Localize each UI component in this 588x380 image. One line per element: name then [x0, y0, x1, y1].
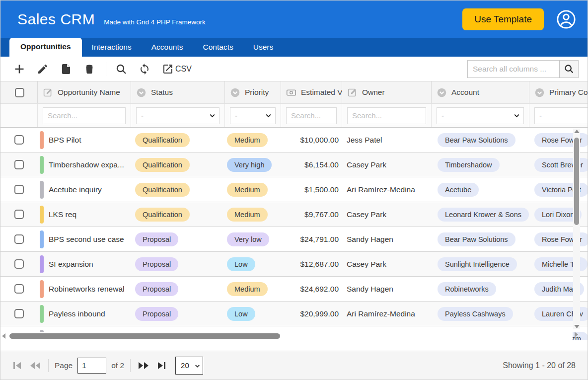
first-page-button[interactable] [11, 360, 23, 371]
cell-priority: Very low [225, 227, 281, 251]
row-checkbox[interactable] [14, 309, 24, 318]
cell-select [0, 177, 38, 202]
table-row[interactable]: Robinetworks renewalProposalMedium$24,69… [0, 277, 588, 302]
delete-record-button[interactable] [81, 61, 97, 77]
vertical-scrollbar[interactable] [573, 129, 580, 329]
cell-status: Proposal [131, 277, 225, 301]
prev-page-icon [29, 361, 41, 370]
row-checkbox[interactable] [14, 234, 24, 244]
column-header-opportunity-name[interactable]: Opportunity Name [38, 81, 131, 103]
tab-contacts[interactable]: Contacts [193, 38, 243, 57]
cell-status: Qualification [131, 177, 225, 202]
vertical-scrollbar-thumb[interactable] [574, 138, 579, 225]
column-header-status[interactable]: Status [131, 81, 225, 103]
prev-page-button[interactable] [28, 360, 42, 371]
grid-toolbar: CSV [0, 57, 588, 81]
last-page-button[interactable] [155, 360, 167, 371]
file-icon [60, 63, 72, 75]
cell-account: Sunlight Intelligence [432, 252, 529, 276]
cell-owner: Casey Park [342, 152, 432, 177]
page-label: Page [55, 361, 73, 370]
table-row[interactable]: Timbershadow expa...QualificationVery hi… [0, 152, 588, 177]
cell-status: Proposal [131, 227, 225, 251]
next-page-button[interactable] [137, 360, 150, 371]
global-search-go-button[interactable] [560, 60, 579, 78]
table-row[interactable]: Acetube inquiryQualificationMedium$1,500… [0, 177, 588, 202]
export-csv-button[interactable]: CSV [160, 61, 194, 77]
cell-priority: Low [225, 302, 281, 326]
scroll-up-arrow[interactable] [573, 129, 580, 135]
chevron-circle-icon [136, 87, 147, 98]
select-all-checkbox[interactable] [15, 88, 24, 97]
tab-users[interactable]: Users [243, 38, 283, 57]
filter-input-opportunity-name[interactable] [43, 107, 126, 124]
tab-accounts[interactable]: Accounts [142, 38, 193, 57]
cell-owner: Jess Patel [342, 128, 432, 152]
chevron-circle-icon [230, 87, 240, 98]
edit-record-button[interactable] [35, 61, 51, 77]
user-avatar-icon[interactable] [556, 9, 577, 30]
table-row[interactable]: BPS second use caseProposalVery low$24,7… [0, 227, 588, 252]
row-checkbox[interactable] [14, 160, 24, 169]
cell-estimated-value: $24,692.00 [281, 277, 342, 301]
row-checkbox[interactable] [14, 284, 24, 294]
table-row[interactable]: BPS PilotQualificationMedium$10,000.00Je… [0, 128, 588, 152]
column-header-estimated-value[interactable]: Estimated Value [281, 81, 342, 103]
table-row[interactable]: Payless inboundProposalLow$20,999.00Ari … [0, 302, 588, 326]
column-header-priority[interactable]: Priority [225, 81, 281, 103]
filter-select-priority[interactable]: - [230, 107, 276, 124]
page-size-select-wrap: 20 [175, 357, 203, 375]
scroll-right-arrow[interactable] [574, 330, 579, 339]
horizontal-scrollbar-thumb[interactable] [9, 333, 280, 339]
filter-select-account[interactable]: - [437, 107, 524, 124]
page-size-select[interactable]: 20 [175, 357, 203, 375]
row-checkbox[interactable] [14, 259, 24, 269]
account-badge: Timbershadow [438, 158, 500, 172]
page-number-input[interactable] [77, 358, 106, 374]
priority-badge: Medium [227, 133, 268, 147]
cell-priority: Medium [225, 177, 281, 202]
app-title: Sales CRM [17, 11, 95, 28]
column-header-account[interactable]: Account [432, 81, 529, 103]
use-template-button[interactable]: Use Template [462, 8, 544, 30]
cell-owner: Ari Ramírez-Medina [342, 177, 432, 202]
opportunity-name-text: BPS second use case [49, 235, 124, 244]
refresh-button[interactable] [137, 61, 152, 77]
cell-estimated-value: $24,791.00 [281, 227, 342, 251]
table-row[interactable]: LKS reqQualificationMedium$9,767.00Casey… [0, 202, 588, 227]
horizontal-scrollbar[interactable] [0, 332, 573, 340]
filter-select-status[interactable]: - [136, 107, 220, 124]
cell-owner: Casey Park [342, 252, 432, 276]
tab-opportunities[interactable]: Opportunities [9, 38, 82, 57]
row-color-bar [40, 156, 44, 174]
account-badge: Acetube [438, 183, 479, 197]
cell-status: Qualification [131, 152, 225, 177]
filter-cell-estimated-value [281, 104, 342, 127]
add-record-button[interactable] [11, 61, 27, 77]
cell-priority: Medium [225, 202, 281, 227]
cell-status: Proposal [131, 302, 225, 326]
cell-priority: Medium [225, 128, 281, 152]
column-header-primary-contact[interactable]: Primary Contact [529, 81, 588, 103]
row-checkbox[interactable] [14, 210, 24, 219]
scroll-down-arrow[interactable] [573, 323, 580, 329]
priority-badge: Very low [227, 232, 269, 246]
refresh-icon [139, 63, 150, 75]
table-row[interactable]: SI expansionProposalLow$12,687.00Casey P… [0, 252, 588, 277]
cell-status: Qualification [131, 202, 225, 227]
row-color-bar [40, 305, 44, 323]
duplicate-record-button[interactable] [58, 61, 74, 77]
toolbar-search-button[interactable] [113, 61, 129, 77]
page-of-label: of 2 [111, 361, 124, 370]
row-checkbox[interactable] [14, 185, 24, 194]
row-checkbox[interactable] [14, 135, 24, 145]
filter-input-owner[interactable] [347, 107, 426, 124]
tab-interactions[interactable]: Interactions [82, 38, 142, 57]
column-header-owner[interactable]: Owner [342, 81, 432, 103]
filter-input-estimated-value[interactable] [286, 107, 337, 124]
edit-square-icon [43, 87, 53, 98]
global-search-input[interactable] [467, 60, 560, 78]
money-icon [286, 87, 296, 98]
row-color-bar [40, 181, 44, 199]
filter-select-primary-contact[interactable]: - [534, 107, 588, 124]
